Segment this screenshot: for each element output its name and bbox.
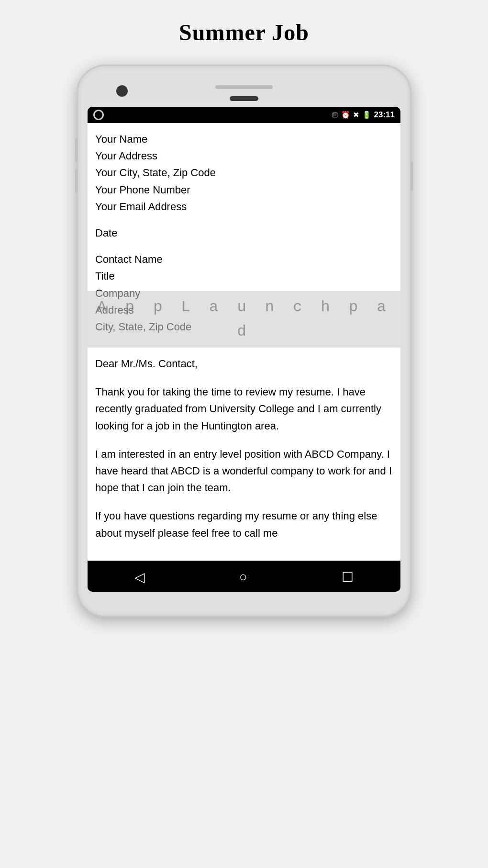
recipient-name: Contact Name <box>95 251 393 268</box>
alarm-icon: ⏰ <box>341 111 350 119</box>
status-right: ⊟ ⏰ ✖ 🔋 23:11 <box>332 110 395 120</box>
paragraph-1-text: Thank you for taking the time to review … <box>95 386 381 431</box>
battery-icon: 🔋 <box>362 111 371 119</box>
screen-content[interactable]: Your Name Your Address Your City, State,… <box>88 123 400 348</box>
salutation-text: Dear Mr./Ms. Contact, <box>95 358 198 370</box>
recipient-address: Address <box>95 302 393 318</box>
bottom-nav-bar <box>88 561 400 592</box>
letter-body[interactable]: Dear Mr./Ms. Contact, Thank you for taki… <box>88 348 400 561</box>
left-buttons <box>75 138 78 200</box>
date-line: Date <box>95 225 393 241</box>
chrome-icon <box>93 110 104 120</box>
sender-phone: Your Phone Number <box>95 181 393 198</box>
status-left <box>93 110 104 120</box>
volume-up-button <box>75 138 78 162</box>
recipient-title: Title <box>95 268 393 284</box>
paragraph-3: If you have questions regarding my resum… <box>95 507 393 541</box>
recipient-city-state-zip: City, State, Zip Code <box>95 318 393 335</box>
cast-icon: ⊟ <box>332 111 338 119</box>
power-button <box>410 162 413 191</box>
phone-screen: ⊟ ⏰ ✖ 🔋 23:11 Your Name Your Address You… <box>88 107 400 592</box>
recipient-company: Company <box>95 285 393 302</box>
speaker-grille <box>215 85 273 89</box>
paragraph-1: Thank you for taking the time to review … <box>95 383 393 434</box>
status-time: 23:11 <box>374 110 395 120</box>
phone-bottom-bezel <box>88 592 400 601</box>
paragraph-2-text: I am interested in an entry level positi… <box>95 448 392 494</box>
sender-email: Your Email Address <box>95 198 393 215</box>
fingerprint-sensor <box>230 96 258 101</box>
paragraph-2: I am interested in an entry level positi… <box>95 446 393 496</box>
home-button[interactable] <box>239 569 247 585</box>
status-bar: ⊟ ⏰ ✖ 🔋 23:11 <box>88 107 400 123</box>
date-block: Date <box>95 225 393 241</box>
sender-address: Your Address <box>95 147 393 164</box>
phone-frame: ⊟ ⏰ ✖ 🔋 23:11 Your Name Your Address You… <box>77 65 411 617</box>
page-title: Summer Job <box>179 19 309 45</box>
sender-block: Your Name Your Address Your City, State,… <box>95 131 393 215</box>
recipient-block: Contact Name Title Company Address City,… <box>95 251 393 335</box>
paragraph-3-text: If you have questions regarding my resum… <box>95 510 377 539</box>
sender-name: Your Name <box>95 131 393 147</box>
phone-top-area <box>88 80 400 89</box>
recents-button[interactable] <box>342 569 354 585</box>
volume-down-button <box>75 169 78 193</box>
sender-city-state-zip: Your City, State, Zip Code <box>95 164 393 181</box>
back-button[interactable] <box>134 569 145 585</box>
front-camera <box>116 85 128 97</box>
signal-icon: ✖ <box>353 111 359 119</box>
salutation: Dear Mr./Ms. Contact, <box>95 355 393 372</box>
